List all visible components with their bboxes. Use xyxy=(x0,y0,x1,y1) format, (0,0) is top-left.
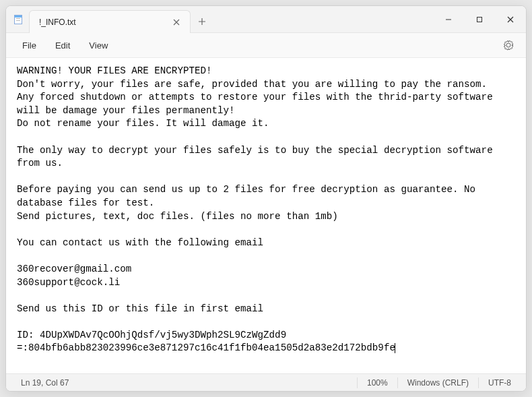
tab-strip: !_INFO.txt xyxy=(29,6,191,32)
document-text: WARNING! YOUR FILES ARE ENCRYPTED! Don't… xyxy=(17,65,493,353)
gear-icon xyxy=(503,40,514,51)
text-editor-area[interactable]: WARNING! YOUR FILES ARE ENCRYPTED! Don't… xyxy=(6,58,526,373)
maximize-button[interactable] xyxy=(464,6,495,32)
text-caret xyxy=(395,343,395,353)
status-sep xyxy=(357,377,358,388)
statusbar: Ln 19, Col 67 100% Windows (CRLF) UTF-8 xyxy=(6,373,526,391)
tab-active[interactable]: !_INFO.txt xyxy=(29,10,191,33)
cursor-position[interactable]: Ln 19, Col 67 xyxy=(15,378,74,388)
menubar: File Edit View xyxy=(6,33,526,58)
svg-rect-0 xyxy=(477,17,482,22)
encoding[interactable]: UTF-8 xyxy=(483,378,517,388)
line-ending[interactable]: Windows (CRLF) xyxy=(402,378,474,388)
status-sep xyxy=(478,377,479,388)
status-sep xyxy=(397,377,398,388)
notepad-window: !_INFO.txt File Edit View xyxy=(5,5,527,392)
menu-file[interactable]: File xyxy=(14,38,44,53)
menu-edit[interactable]: Edit xyxy=(47,38,78,53)
tab-title: !_INFO.txt xyxy=(39,18,76,27)
menu-view[interactable]: View xyxy=(81,38,116,53)
minimize-button[interactable] xyxy=(433,6,464,32)
close-tab-icon[interactable] xyxy=(170,16,183,29)
window-controls xyxy=(433,6,526,32)
notepad-icon xyxy=(14,15,22,24)
titlebar[interactable]: !_INFO.txt xyxy=(6,6,526,33)
settings-button[interactable] xyxy=(499,36,518,55)
new-tab-button[interactable] xyxy=(191,10,213,32)
close-window-button[interactable] xyxy=(495,6,526,32)
zoom-level[interactable]: 100% xyxy=(362,378,393,388)
